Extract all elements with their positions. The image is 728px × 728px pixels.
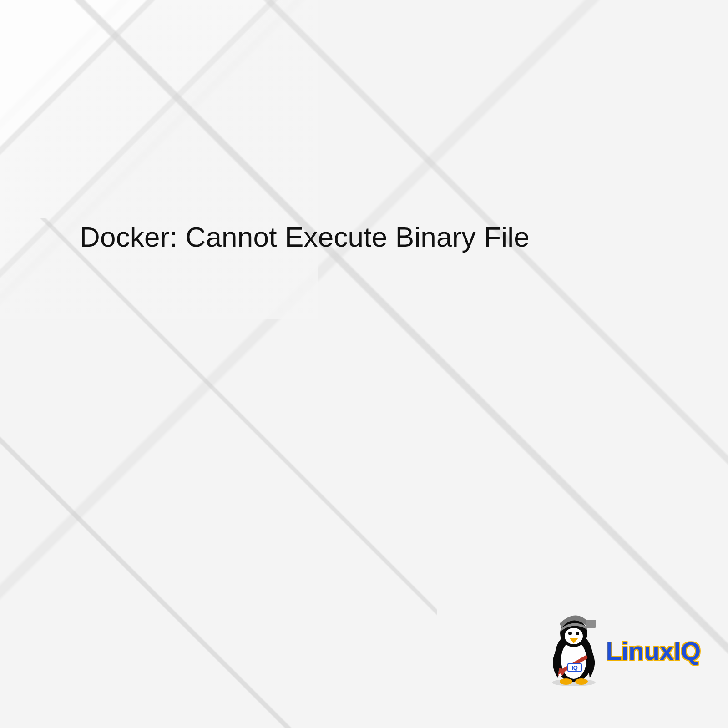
svg-point-5 — [568, 632, 572, 635]
logo-text: LinuxIQ — [606, 636, 701, 666]
logo-badge-text: IQ — [571, 664, 578, 671]
site-logo: IQ LinuxIQ — [544, 614, 701, 687]
svg-point-8 — [560, 678, 572, 685]
svg-point-6 — [576, 632, 579, 635]
svg-point-9 — [575, 678, 588, 685]
penguin-icon: IQ — [544, 614, 603, 687]
background-diagonal-2 — [0, 218, 437, 728]
page-title: Docker: Cannot Execute Binary File — [80, 221, 589, 253]
svg-rect-10 — [586, 620, 596, 628]
